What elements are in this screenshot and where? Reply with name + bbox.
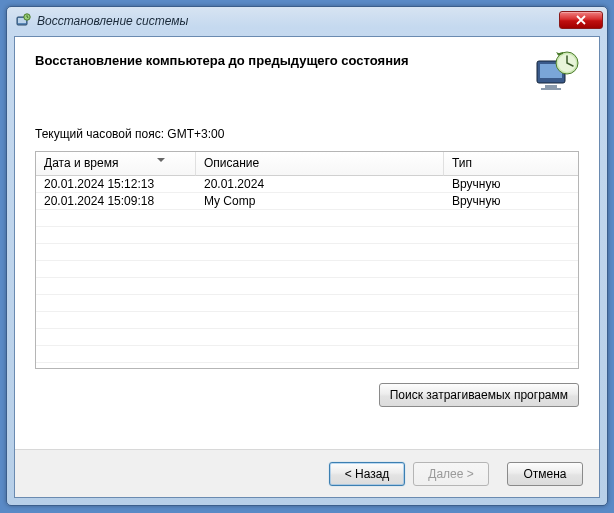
svg-rect-5 [545, 85, 557, 88]
content-area: Текущий часовой пояс: GMT+3:00 Дата и вр… [15, 127, 599, 407]
cell-date: 20.01.2024 15:09:18 [36, 193, 196, 209]
table-row [36, 244, 578, 261]
table-row[interactable]: 20.01.2024 15:09:18My CompВручную [36, 193, 578, 210]
table-body: 20.01.2024 15:12:1320.01.2024Вручную20.0… [36, 176, 578, 368]
dialog-body: Восстановление компьютера до предыдущего… [14, 36, 600, 498]
titlebar[interactable]: Восстановление системы [7, 7, 607, 35]
column-header-description[interactable]: Описание [196, 152, 444, 176]
close-button[interactable] [559, 11, 603, 29]
wizard-footer: < Назад Далее > Отмена [15, 449, 599, 497]
sort-desc-icon [157, 158, 165, 162]
restore-large-icon [533, 49, 581, 95]
table-row [36, 329, 578, 346]
table-row [36, 295, 578, 312]
column-header-type[interactable]: Тип [444, 152, 578, 176]
back-button[interactable]: < Назад [329, 462, 405, 486]
header-area: Восстановление компьютера до предыдущего… [15, 37, 599, 127]
affected-programs-row: Поиск затрагиваемых программ [35, 383, 579, 407]
cell-date: 20.01.2024 15:12:13 [36, 176, 196, 192]
cell-type: Вручную [444, 176, 578, 192]
column-label: Тип [452, 156, 472, 170]
column-label: Описание [204, 156, 259, 170]
page-title: Восстановление компьютера до предыдущего… [35, 53, 579, 68]
column-header-date[interactable]: Дата и время [36, 152, 196, 176]
table-header: Дата и время Описание Тип [36, 152, 578, 176]
scan-affected-programs-button[interactable]: Поиск затрагиваемых программ [379, 383, 579, 407]
table-row [36, 346, 578, 363]
table-row [36, 278, 578, 295]
cell-description: My Comp [196, 193, 444, 209]
window-frame: Восстановление системы Восстановление ко… [6, 6, 608, 506]
table-row [36, 210, 578, 227]
svg-rect-6 [541, 88, 561, 90]
table-row [36, 312, 578, 329]
cell-description: 20.01.2024 [196, 176, 444, 192]
table-row[interactable]: 20.01.2024 15:12:1320.01.2024Вручную [36, 176, 578, 193]
timezone-label: Текущий часовой пояс: GMT+3:00 [35, 127, 579, 141]
restore-points-table[interactable]: Дата и время Описание Тип 20.01.2024 15:… [35, 151, 579, 369]
next-button: Далее > [413, 462, 489, 486]
table-row [36, 261, 578, 278]
table-row [36, 227, 578, 244]
column-label: Дата и время [44, 156, 118, 170]
window-title: Восстановление системы [37, 14, 559, 28]
cell-type: Вручную [444, 193, 578, 209]
system-restore-icon [15, 13, 31, 29]
cancel-button[interactable]: Отмена [507, 462, 583, 486]
close-icon [575, 15, 587, 25]
